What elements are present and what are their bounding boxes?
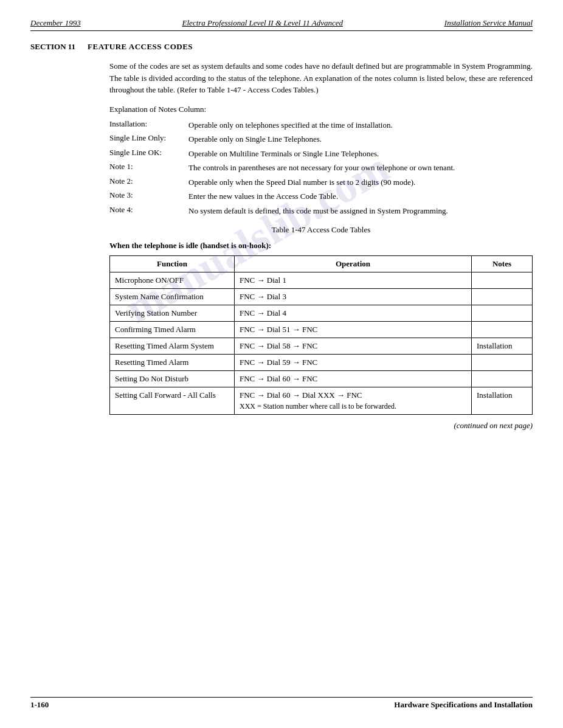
table-row: Resetting Timed Alarm SystemFNC → Dial 5…: [110, 338, 533, 355]
operation-cell: FNC → Dial 51 → FNC: [235, 322, 472, 338]
function-cell: Microphone ON/OFF: [110, 272, 235, 289]
table-row: Setting Call Forward - All CallsFNC → Di…: [110, 387, 533, 415]
main-content: Some of the codes are set as system defa…: [109, 60, 533, 431]
operation-cell: FNC → Dial 4: [235, 305, 472, 322]
notes-row-value: Enter the new values in the Access Code …: [188, 190, 533, 203]
operation-cell: FNC → Dial 60 → Dial XXX → FNCXXX = Stat…: [235, 387, 472, 415]
function-cell: Verifying Station Number: [110, 305, 235, 322]
notes-cell: [472, 305, 533, 322]
function-cell: Resetting Timed Alarm System: [110, 338, 235, 355]
table-row: System Name ConfirmationFNC → Dial 3: [110, 289, 533, 305]
header-manual: Installation Service Manual: [444, 18, 533, 28]
table-row: Setting Do Not DisturbFNC → Dial 60 → FN…: [110, 371, 533, 387]
header-title: Electra Professional Level II & Level 11…: [81, 18, 444, 28]
notes-row-value: No system default is defined, this code …: [188, 205, 533, 217]
notes-row: Installation:Operable only on telephones…: [109, 119, 533, 131]
operation-cell: FNC → Dial 60 → FNC: [235, 371, 472, 387]
page-header: December 1993 Electra Professional Level…: [30, 18, 533, 31]
header-date: December 1993: [30, 18, 81, 28]
notes-cell: [472, 322, 533, 338]
notes-row-label: Note 4:: [109, 205, 188, 215]
table-row: Resetting Timed AlarmFNC → Dial 59 → FNC: [110, 355, 533, 371]
notes-row-label: Note 1:: [109, 162, 188, 172]
section-heading: FEATURE ACCESS CODES: [88, 42, 193, 52]
notes-row-label: Note 3:: [109, 190, 188, 200]
table-row: Microphone ON/OFFFNC → Dial 1: [110, 272, 533, 289]
col-header-notes: Notes: [472, 256, 533, 272]
operation-subnote: XXX = Station number where call is to be…: [240, 402, 466, 411]
table-title: Table 1-47 Access Code Tables: [109, 225, 533, 235]
operation-cell: FNC → Dial 1: [235, 272, 472, 289]
col-header-function: Function: [110, 256, 235, 272]
notes-row-value: Operable only on Single Line Telephones.: [188, 133, 533, 145]
table-row: Confirming Timed AlarmFNC → Dial 51 → FN…: [110, 322, 533, 338]
notes-cell: [472, 355, 533, 371]
section-title-row: SECTION 11 FEATURE ACCESS CODES: [30, 42, 533, 52]
continued-text: (continued on next page): [109, 421, 533, 431]
access-codes-table: Function Operation Notes Microphone ON/O…: [109, 255, 533, 415]
notes-row: Note 4:No system default is defined, thi…: [109, 205, 533, 217]
notes-cell: Installation: [472, 338, 533, 355]
table-row: Verifying Station NumberFNC → Dial 4: [110, 305, 533, 322]
function-cell: Setting Do Not Disturb: [110, 371, 235, 387]
idle-heading: When the telephone is idle (handset is o…: [109, 241, 533, 251]
footer-page-number: 1-160: [30, 700, 49, 710]
operation-cell: FNC → Dial 3: [235, 289, 472, 305]
notes-row: Single Line Only:Operable only on Single…: [109, 133, 533, 145]
notes-cell: [472, 272, 533, 289]
footer-section-title: Hardware Specifications and Installation: [394, 700, 533, 710]
notes-row: Note 2:Operable only when the Speed Dial…: [109, 176, 533, 189]
explanation-heading: Explanation of Notes Column:: [109, 105, 533, 114]
notes-row: Single Line OK:Operable on Multiline Ter…: [109, 148, 533, 160]
function-cell: Resetting Timed Alarm: [110, 355, 235, 371]
notes-cell: [472, 371, 533, 387]
function-cell: Setting Call Forward - All Calls: [110, 387, 235, 415]
notes-row: Note 3:Enter the new values in the Acces…: [109, 190, 533, 203]
operation-cell: FNC → Dial 58 → FNC: [235, 338, 472, 355]
notes-cell: [472, 289, 533, 305]
notes-row-label: Installation:: [109, 119, 188, 129]
notes-row-label: Single Line OK:: [109, 148, 188, 158]
notes-row-value: The controls in parentheses are not nece…: [188, 162, 533, 174]
notes-explanation-table: Installation:Operable only on telephones…: [109, 119, 533, 217]
notes-row-label: Note 2:: [109, 176, 188, 186]
function-cell: Confirming Timed Alarm: [110, 322, 235, 338]
page: December 1993 Electra Professional Level…: [0, 0, 563, 728]
notes-row-value: Operable only when the Speed Dial number…: [188, 176, 533, 189]
section-number: SECTION 11: [30, 42, 75, 52]
notes-row-value: Operable only on telephones specified at…: [188, 119, 533, 131]
intro-paragraph: Some of the codes are set as system defa…: [109, 60, 533, 96]
operation-cell: FNC → Dial 59 → FNC: [235, 355, 472, 371]
notes-row-label: Single Line Only:: [109, 133, 188, 143]
page-footer: 1-160 Hardware Specifications and Instal…: [30, 697, 533, 710]
notes-cell: Installation: [472, 387, 533, 415]
notes-row: Note 1:The controls in parentheses are n…: [109, 162, 533, 174]
notes-row-value: Operable on Multiline Terminals or Singl…: [188, 148, 533, 160]
col-header-operation: Operation: [235, 256, 472, 272]
function-cell: System Name Confirmation: [110, 289, 235, 305]
